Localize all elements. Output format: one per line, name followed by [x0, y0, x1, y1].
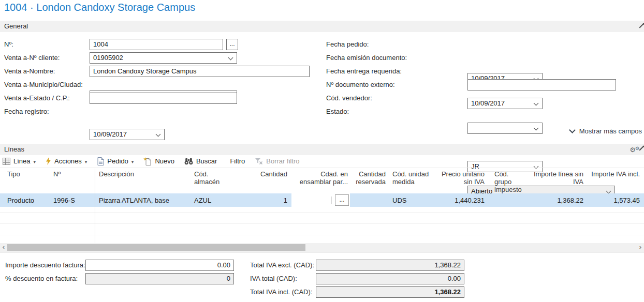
buscar-button[interactable]: Buscar	[184, 157, 217, 165]
total-excl-vat-field[interactable]: 1,368.22	[316, 260, 464, 271]
chevron-down-icon	[534, 101, 539, 106]
vat-total-field[interactable]: 0.00	[316, 273, 464, 284]
cell-cantidad[interactable]: 1	[236, 193, 291, 207]
assist-edit-button[interactable]: ...	[335, 194, 349, 206]
sell-to-name-label: Venta a-Nombre:	[4, 66, 55, 77]
grid-icon	[3, 158, 10, 165]
invoice-discount-amount-label: Importe descuento factura:	[5, 260, 85, 271]
posting-date-label: Fecha registro:	[4, 106, 49, 117]
order-date-label: Fecha pedido:	[326, 39, 369, 50]
col-header-precio-unitario[interactable]: Precio unitario sin IVA	[437, 169, 487, 193]
grid-row-line	[0, 212, 644, 213]
col-header-no[interactable]: Nº	[49, 169, 95, 193]
acciones-menu-label: Acciones	[54, 157, 82, 165]
collapse-chevron-icon[interactable]	[639, 23, 644, 32]
pedido-menu-button[interactable]: Pedido	[97, 157, 134, 165]
lines-grid: Tipo Nº Descripción Cód. almacén Cantida…	[0, 169, 644, 207]
scroll-left-arrow-icon[interactable]	[0, 243, 7, 252]
invoice-discount-pct-field[interactable]: 0	[85, 273, 234, 284]
cell-cod-grupo-impuesto[interactable]	[487, 193, 524, 207]
inline-editor[interactable]: ...	[291, 193, 350, 207]
collapse-chevron-icon[interactable]	[639, 146, 644, 155]
dropdown-caret-icon	[34, 157, 36, 165]
cell-no[interactable]: 1996-S	[49, 193, 95, 207]
new-document-icon	[143, 157, 152, 165]
nuevo-button[interactable]: Nuevo	[143, 157, 174, 165]
sales-order-page: 1004 · London Candoxy Storage Campus Gen…	[0, 0, 644, 302]
col-header-importe-iva-incl[interactable]: Importe IVA incl.	[586, 169, 644, 193]
requested-delivery-date-field[interactable]	[467, 123, 543, 134]
lines-toolbar: Línea Acciones Pedido Nuevo	[0, 155, 644, 168]
buscar-button-label: Buscar	[196, 157, 217, 165]
col-header-cod-unidad-medida[interactable]: Cód. unidad medida	[387, 169, 437, 193]
borrar-filtro-button-label: Borrar filtro	[266, 157, 299, 165]
scroll-right-arrow-icon[interactable]	[637, 243, 644, 252]
cell-cod-almacen[interactable]: AZUL	[191, 193, 236, 207]
vat-total-label: IVA total (CAD):	[250, 273, 297, 284]
grid-row-line	[0, 223, 644, 224]
col-header-cod-almacen[interactable]: Cód. almacén	[191, 169, 236, 193]
col-header-cod-grupo-impuesto[interactable]: Cód. grupo impuesto	[487, 169, 524, 193]
requested-delivery-date-label: Fecha entrega requerida:	[326, 66, 402, 77]
text-cursor	[331, 197, 331, 204]
filtro-button[interactable]: Filtro	[230, 157, 245, 165]
filtro-button-label: Filtro	[230, 157, 245, 165]
clear-filter-icon	[255, 158, 263, 165]
cell-cdad-ensamblar-editing[interactable]: ...	[291, 193, 350, 207]
sell-to-state-zip-field[interactable]	[90, 93, 237, 104]
chevron-down-icon	[228, 55, 233, 61]
no-assist-edit-button[interactable]: ...	[226, 39, 238, 50]
show-more-fields-label: Mostrar más campos	[579, 127, 642, 135]
col-header-cantidad[interactable]: Cantidad	[236, 169, 291, 193]
col-header-importe-linea[interactable]: Importe línea sin IVA	[524, 169, 586, 193]
chevron-down-icon	[534, 126, 539, 131]
no-label: Nº:	[4, 39, 13, 50]
total-incl-vat-field[interactable]: 1,368.22	[316, 286, 464, 298]
document-date-field[interactable]: 10/09/2017	[467, 98, 543, 109]
linea-menu-button[interactable]: Línea	[3, 157, 36, 165]
posting-date-field[interactable]: 10/09/2017	[90, 129, 165, 140]
borrar-filtro-button[interactable]: Borrar filtro	[255, 157, 299, 165]
invoice-discount-pct-label: % descuento en factura:	[5, 273, 78, 284]
sell-to-state-zip-label: Venta a-Estado / C.P.:	[4, 93, 70, 104]
page-title: 1004 · London Candoxy Storage Campus	[4, 2, 195, 13]
cell-cantidad-reservada[interactable]	[350, 193, 387, 207]
col-header-descripcion[interactable]: Descripción	[95, 169, 191, 193]
horizontal-scrollbar[interactable]	[0, 243, 644, 252]
cell-descripcion[interactable]: Pizarra ATLANTA, base	[95, 193, 191, 207]
sell-to-city-label: Venta a-Municipio/Ciudad:	[4, 79, 83, 90]
col-header-cantidad-reservada[interactable]: Cantidad reservada	[350, 169, 387, 193]
cell-cod-unidad-medida[interactable]: UDS	[387, 193, 437, 207]
salesperson-code-label: Cód. vendedor:	[326, 93, 372, 104]
status-label: Estado:	[326, 106, 349, 117]
invoice-discount-amount-field[interactable]: 0.00	[85, 260, 234, 271]
settings-gears-icon[interactable]	[630, 144, 636, 155]
acciones-menu-button[interactable]: Acciones	[46, 157, 87, 165]
cell-importe-iva-incl[interactable]: 1,573.45	[586, 193, 644, 207]
dropdown-caret-icon	[85, 157, 87, 165]
general-section-header[interactable]: General	[0, 21, 644, 32]
sell-to-customer-no-label: Venta a-Nº cliente:	[4, 52, 60, 64]
grid-column-divider	[95, 169, 95, 243]
show-more-fields-link[interactable]: Mostrar más campos	[570, 127, 642, 135]
external-document-no-field[interactable]	[467, 79, 616, 90]
lines-header-row: Tipo Nº Descripción Cód. almacén Cantida…	[0, 169, 644, 193]
cell-tipo[interactable]: Producto	[0, 193, 49, 207]
no-field[interactable]: 1004	[90, 39, 223, 50]
total-excl-vat-label: Total IVA excl. (CAD):	[250, 260, 314, 271]
col-header-cdad-ensamblar[interactable]: Cdad. en ensamblar par...	[291, 169, 350, 193]
cell-importe-linea[interactable]: 1,368.22	[524, 193, 586, 207]
sell-to-name-field[interactable]: London Candoxy Storage Campus	[90, 66, 310, 77]
document-date-value: 10/09/2017	[471, 99, 505, 107]
scrollbar-thumb[interactable]	[7, 244, 305, 251]
total-incl-vat-label: Total IVA incl. (CAD):	[250, 286, 312, 298]
cell-precio-unitario[interactable]: 1,440.231	[437, 193, 487, 207]
sell-to-customer-no-field[interactable]: 01905902	[90, 52, 237, 64]
external-document-no-label: Nº documento externo:	[326, 79, 395, 90]
grid-row-line	[0, 235, 644, 235]
document-date-label: Fecha emisión documento:	[326, 52, 407, 64]
col-header-tipo[interactable]: Tipo	[0, 169, 49, 193]
sell-to-customer-no-value: 01905902	[93, 54, 123, 62]
lines-section-header[interactable]: Líneas	[0, 144, 644, 155]
nuevo-button-label: Nuevo	[155, 157, 174, 165]
